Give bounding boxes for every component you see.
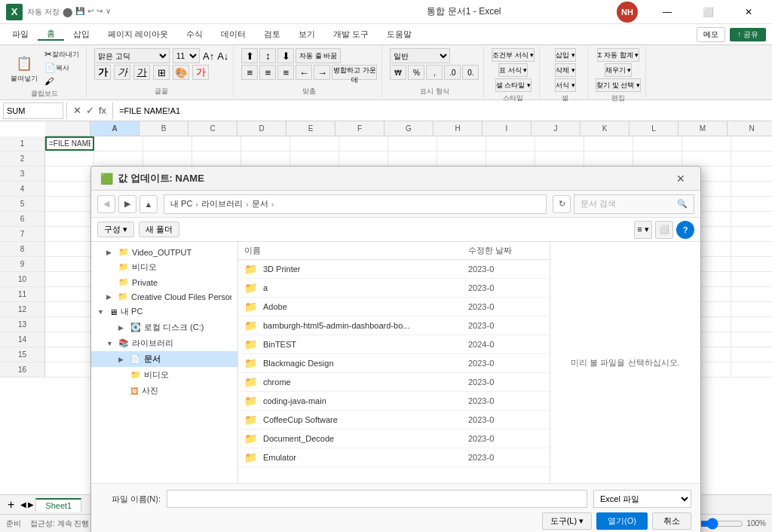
cell-O3[interactable] — [731, 167, 772, 181]
col-c[interactable]: C — [188, 121, 237, 136]
col-n[interactable]: N — [728, 121, 772, 136]
confirm-formula-icon[interactable]: ✓ — [86, 105, 94, 116]
name-box[interactable]: SUM — [3, 102, 63, 119]
cell-F1[interactable] — [290, 136, 339, 151]
left-align-button[interactable]: ≡ — [241, 65, 258, 80]
autosum-button[interactable]: Σ 자동 합계 ▾ — [597, 48, 639, 62]
list-item[interactable]: 📁Emulator2023-0 — [238, 448, 550, 467]
cut-button[interactable]: ✂ 잘라내기 — [42, 48, 81, 60]
cell-L1[interactable] — [584, 136, 633, 151]
cell-a14[interactable] — [45, 332, 94, 347]
cell-a11[interactable] — [45, 287, 94, 301]
redo-icon[interactable]: ↪ — [96, 7, 103, 17]
cell-N1[interactable] — [682, 136, 731, 151]
font-size-select[interactable]: 11 — [173, 48, 200, 63]
comma-button[interactable]: , — [426, 65, 443, 80]
tree-item-docs[interactable]: ▶ 📄 문서 — [91, 351, 237, 367]
cell-a8[interactable] — [45, 242, 94, 256]
cell-O9[interactable] — [731, 257, 772, 271]
increase-indent-button[interactable]: → — [314, 65, 330, 80]
sheet-tab-sheet1[interactable]: Sheet1 — [35, 498, 81, 512]
conditional-format-button[interactable]: 조건부 서식 ▾ — [492, 48, 535, 62]
underline-button[interactable]: 가 — [133, 65, 150, 80]
dialog-close-button[interactable]: ✕ — [670, 168, 691, 189]
copy-button[interactable]: 📄 복사 — [42, 62, 81, 74]
cell-D2[interactable] — [192, 151, 241, 166]
cell-I1[interactable] — [437, 136, 486, 151]
cell-a3[interactable] — [45, 167, 94, 181]
cell-O1[interactable] — [731, 136, 772, 151]
cell-a12[interactable] — [45, 302, 94, 316]
list-item[interactable]: 📁BinTEST2024-0 — [238, 335, 550, 354]
col-h[interactable]: H — [433, 121, 482, 136]
list-item[interactable]: 📁3D Printer2023-0 — [238, 260, 550, 279]
tree-item-videos[interactable]: 📁 비디오 — [91, 367, 237, 383]
cell-O16[interactable] — [731, 362, 772, 377]
cell-I2[interactable] — [437, 151, 486, 166]
cell-a4[interactable] — [45, 182, 94, 196]
list-item[interactable]: 📁chrome2023-0 — [238, 373, 550, 392]
bottom-align-button[interactable]: ⬇ — [277, 48, 294, 63]
cell-O7[interactable] — [731, 227, 772, 241]
cell-B2[interactable] — [94, 151, 143, 166]
insert-function-icon[interactable]: fx — [99, 105, 106, 116]
new-folder-button[interactable]: 새 폴더 — [139, 222, 179, 237]
cell-O14[interactable] — [731, 332, 772, 347]
number-format-select[interactable]: 일반 — [390, 48, 450, 63]
cell-K1[interactable] — [535, 136, 584, 151]
font-decrease-icon[interactable]: A↓ — [217, 50, 228, 62]
cell-H1[interactable] — [388, 136, 437, 151]
col-i[interactable]: I — [482, 121, 532, 136]
cell-a5[interactable] — [45, 197, 94, 211]
minimize-button[interactable]: — — [650, 0, 685, 24]
cell-O6[interactable] — [731, 212, 772, 226]
decrease-decimal-button[interactable]: 0. — [462, 65, 479, 80]
cell-a6[interactable] — [45, 212, 94, 226]
open-button[interactable]: 열기(O) — [596, 512, 648, 530]
middle-align-button[interactable]: ↕ — [259, 48, 276, 63]
tree-item-video[interactable]: 📁 비디오 — [91, 259, 237, 275]
nav-back-button[interactable]: ◀ — [97, 195, 115, 213]
list-item[interactable]: 📁Blackmagic Design2023-0 — [238, 354, 550, 373]
cell-D1[interactable] — [192, 136, 241, 151]
tab-formula[interactable]: 수식 — [177, 29, 212, 40]
cell-G1[interactable] — [339, 136, 388, 151]
top-align-button[interactable]: ⬆ — [241, 48, 258, 63]
col-j[interactable]: J — [532, 121, 581, 136]
tree-item-video-output[interactable]: ▶ 📁 Video_OUTPUT — [91, 245, 237, 259]
accounting-format-button[interactable]: ₩ — [390, 65, 406, 80]
cell-O13[interactable] — [731, 317, 772, 332]
tab-help[interactable]: 도움말 — [378, 29, 421, 40]
formula-input[interactable] — [116, 106, 769, 115]
cancel-button[interactable]: 취소 — [652, 512, 691, 530]
tab-insert[interactable]: 삽입 — [64, 29, 99, 40]
tree-item-photos[interactable]: 🖼 사진 — [91, 383, 237, 399]
scroll-right-icon[interactable]: ▶ — [28, 500, 34, 509]
cell-a1[interactable]: =FILE NAME!A1 — [45, 136, 94, 151]
bold-button[interactable]: 가 — [94, 65, 111, 80]
cell-O11[interactable] — [731, 287, 772, 301]
nav-up-button[interactable]: ▲ — [139, 195, 158, 213]
tree-item-my-pc[interactable]: ▼ 🖥 내 PC — [91, 304, 237, 320]
format-painter-button[interactable]: 🖌 — [42, 75, 81, 87]
cell-E1[interactable] — [241, 136, 290, 151]
cell-M1[interactable] — [633, 136, 682, 151]
add-sheet-button[interactable]: + — [3, 498, 19, 512]
fill-color-button[interactable]: 🎨 — [173, 65, 189, 80]
find-select-button[interactable]: 찾기 및 선택 ▾ — [596, 78, 641, 92]
cell-E2[interactable] — [241, 151, 290, 166]
tree-item-local-disk[interactable]: ▶ 💽 로컬 디스크 (C:) — [91, 320, 237, 335]
cell-C2[interactable] — [143, 151, 192, 166]
tab-data[interactable]: 데이터 — [212, 29, 255, 40]
cell-J2[interactable] — [486, 151, 535, 166]
cell-L2[interactable] — [584, 151, 633, 166]
nav-search-input[interactable]: 문서 검색 🔍 — [574, 194, 694, 214]
col-g[interactable]: G — [384, 121, 433, 136]
cell-N2[interactable] — [682, 151, 731, 166]
cell-a9[interactable] — [45, 257, 94, 271]
cell-F2[interactable] — [290, 151, 339, 166]
cell-M2[interactable] — [633, 151, 682, 166]
tab-home[interactable]: 홈 — [38, 28, 64, 41]
view-layout-button[interactable]: ⬜ — [655, 221, 673, 239]
cell-a15[interactable] — [45, 347, 94, 362]
